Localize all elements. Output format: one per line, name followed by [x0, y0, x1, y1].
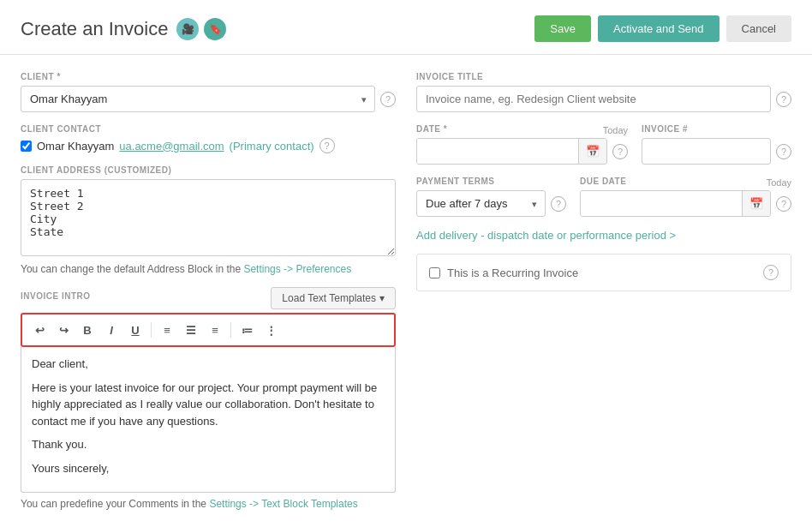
date-group: DATE * Today 16.08.2016 📅 ? — [416, 124, 628, 165]
invoice-title-group: INVOICE TITLE ? — [416, 72, 791, 112]
load-template-label: Load Text Templates — [282, 292, 376, 304]
toolbar-divider-1 — [151, 322, 152, 338]
client-contact-name: Omar Khayyam — [37, 140, 114, 153]
align-center-button[interactable]: ☰ — [181, 320, 201, 340]
intro-editor[interactable]: Dear client, Here is your latest invoice… — [21, 347, 396, 493]
undo-button[interactable]: ↩ — [29, 320, 50, 340]
recurring-help-icon[interactable]: ? — [763, 265, 779, 280]
due-date-help-icon[interactable]: ? — [776, 196, 791, 212]
editor-line2: Here is your latest invoice for our proj… — [32, 380, 385, 430]
editor-line1: Dear client, — [32, 356, 385, 373]
predefine-link[interactable]: Settings -> Text Block Templates — [209, 498, 357, 510]
recurring-section: This is a Recurring Invoice ? — [416, 254, 791, 291]
due-date-input[interactable]: 23.08.2016 — [581, 191, 742, 216]
date-calendar-icon[interactable]: 📅 — [578, 139, 606, 164]
client-select[interactable]: Omar Khayyam — [21, 86, 375, 112]
invoice-num-input[interactable]: 0000009 — [642, 138, 771, 165]
align-right-button[interactable]: ≡ — [205, 320, 225, 340]
bookmark-icon[interactable]: 🔖 — [204, 18, 226, 40]
invoice-num-label: INVOICE # — [642, 124, 791, 134]
payment-terms-group: PAYMENT TERMS Due after 7 days Due on re… — [416, 177, 566, 217]
unordered-list-button[interactable]: ≔ — [236, 320, 257, 340]
payment-terms-label: PAYMENT TERMS — [416, 177, 566, 186]
page-title: Create an Invoice — [21, 18, 168, 40]
settings-link-text: You can change the default Address Block… — [21, 263, 396, 275]
right-panel: INVOICE TITLE ? DATE * Today 16.08.2016 … — [416, 72, 791, 510]
client-contact-group: CLIENT CONTACT Omar Khayyam ua.acme@gmai… — [21, 124, 396, 153]
underline-button[interactable]: U — [125, 320, 146, 340]
contact-help-icon[interactable]: ? — [319, 138, 335, 153]
align-left-button[interactable]: ≡ — [157, 320, 177, 340]
client-select-wrapper: Omar Khayyam ▾ — [21, 86, 375, 112]
recurring-left: This is a Recurring Invoice — [429, 266, 578, 279]
address-group: CLIENT ADDRESS (CUSTOMIZED) Street 1 Str… — [21, 165, 396, 275]
recurring-checkbox[interactable] — [429, 267, 440, 278]
ordered-list-button[interactable]: ⋮ — [260, 320, 281, 340]
editor-toolbar: ↩ ↪ B I U ≡ ☰ ≡ ≔ ⋮ — [21, 313, 396, 347]
invoice-num-help[interactable]: ? — [776, 144, 791, 159]
client-field-group: CLIENT * Omar Khayyam ▾ ? — [21, 72, 396, 112]
invoice-intro-label: INVOICE INTRO — [21, 291, 91, 301]
client-help-icon[interactable]: ? — [380, 92, 396, 107]
predefine-text: You can predefine your Comments in the S… — [21, 498, 396, 510]
address-label: CLIENT ADDRESS (CUSTOMIZED) — [21, 165, 396, 175]
client-contact-label: CLIENT CONTACT — [21, 124, 396, 134]
invoice-title-input[interactable] — [416, 86, 771, 112]
client-contact-primary: (Primary contact) — [230, 140, 314, 153]
save-button[interactable]: Save — [534, 15, 591, 42]
header-buttons: Save Activate and Send Cancel — [534, 15, 791, 42]
client-contact-row: Omar Khayyam ua.acme@gmail.com (Primary … — [21, 138, 396, 153]
client-contact-email[interactable]: ua.acme@gmail.com — [119, 140, 224, 153]
payment-terms-select[interactable]: Due after 7 days Due on receipt Due afte… — [416, 190, 546, 217]
due-date-calendar-icon[interactable]: 📅 — [742, 191, 770, 216]
date-input-wrapper: 16.08.2016 📅 — [416, 138, 607, 165]
date-input[interactable]: 16.08.2016 — [417, 139, 578, 164]
invoice-intro-section: INVOICE INTRO Load Text Templates ▾ ↩ ↪ … — [21, 287, 396, 510]
invoice-title-label: INVOICE TITLE — [416, 72, 791, 81]
due-date-label: DUE DATE — [580, 177, 626, 186]
load-template-arrow: ▾ — [379, 292, 385, 304]
date-today-label: Today — [603, 125, 628, 135]
redo-button[interactable]: ↪ — [53, 320, 74, 340]
date-help-icon[interactable]: ? — [612, 144, 628, 159]
due-date-input-wrapper: 23.08.2016 📅 — [580, 190, 771, 217]
editor-line4: Yours sincerely, — [32, 460, 385, 477]
toolbar-divider-2 — [230, 322, 231, 338]
client-contact-checkbox[interactable] — [21, 141, 32, 152]
client-label: CLIENT * — [21, 72, 396, 81]
address-textarea[interactable]: Street 1 Street 2 City State — [21, 179, 396, 256]
delivery-link[interactable]: Add delivery - dispatch date or performa… — [416, 229, 791, 242]
editor-line3: Thank you. — [32, 436, 385, 453]
activate-send-button[interactable]: Activate and Send — [598, 15, 719, 42]
recurring-label: This is a Recurring Invoice — [447, 266, 578, 279]
left-panel: CLIENT * Omar Khayyam ▾ ? CLIENT CONTACT… — [21, 72, 396, 510]
intro-header: INVOICE INTRO Load Text Templates ▾ — [21, 287, 396, 309]
payment-due-row: PAYMENT TERMS Due after 7 days Due on re… — [416, 177, 791, 217]
invoice-title-help[interactable]: ? — [776, 92, 791, 107]
header-left: Create an Invoice 🎥 🔖 — [21, 18, 226, 40]
load-template-button[interactable]: Load Text Templates ▾ — [271, 287, 396, 309]
video-icon[interactable]: 🎥 — [176, 18, 199, 40]
bold-button[interactable]: B — [77, 320, 98, 340]
italic-button[interactable]: I — [101, 320, 122, 340]
cancel-button[interactable]: Cancel — [726, 15, 791, 42]
invoice-num-group: INVOICE # 0000009 ? — [642, 124, 791, 165]
date-invoice-row: DATE * Today 16.08.2016 📅 ? INVOICE # 00… — [416, 124, 791, 165]
due-date-today-label: Today — [767, 177, 791, 188]
date-label: DATE * — [416, 124, 447, 134]
payment-terms-help[interactable]: ? — [551, 196, 566, 212]
due-date-group: DUE DATE Today 23.08.2016 📅 ? — [580, 177, 791, 217]
settings-link[interactable]: Settings -> Preferences — [243, 263, 351, 275]
header-icons: 🎥 🔖 — [176, 18, 226, 40]
client-row: Omar Khayyam ▾ ? — [21, 86, 396, 112]
payment-terms-select-wrapper: Due after 7 days Due on receipt Due afte… — [416, 190, 546, 217]
invoice-title-row: ? — [416, 86, 791, 112]
